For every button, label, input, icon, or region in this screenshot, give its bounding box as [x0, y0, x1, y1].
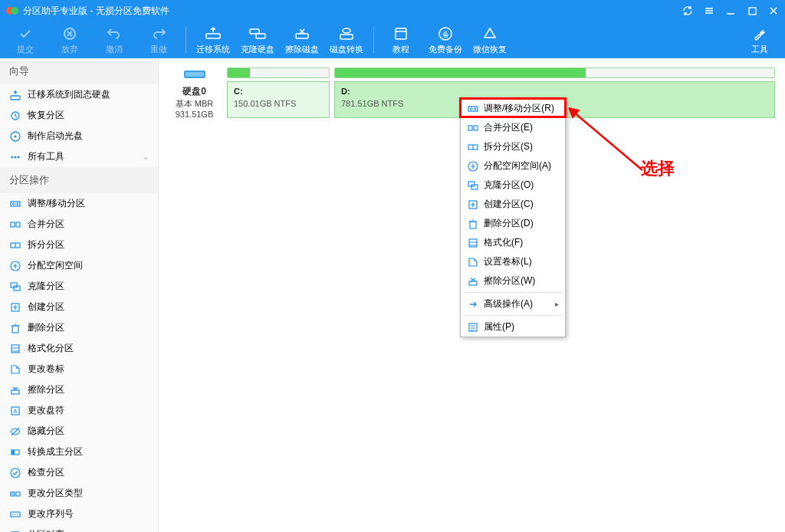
- undo-button[interactable]: 撤消: [92, 21, 136, 58]
- sidebar-item-label: 分配空闲空间: [28, 259, 83, 272]
- menu-item[interactable]: 擦除分区(W): [461, 271, 565, 291]
- app-logo-icon: [6, 5, 18, 17]
- refresh-button[interactable]: [682, 5, 693, 16]
- sidebar-item[interactable]: 合并分区: [0, 214, 158, 235]
- tools-button[interactable]: 工具: [737, 21, 782, 58]
- disk-type: 基本 MBR: [168, 98, 221, 109]
- menu-item[interactable]: 拆分分区(S): [461, 137, 565, 156]
- svg-rect-7: [296, 34, 308, 38]
- partition-info: 150.01GB NTFS: [234, 99, 323, 108]
- menu-item[interactable]: 克隆分区(O): [461, 176, 565, 195]
- sidebar-item[interactable]: 克隆分区: [0, 276, 158, 297]
- menu-item[interactable]: 合并分区(E): [461, 118, 565, 137]
- svg-rect-31: [11, 390, 19, 394]
- menu-item[interactable]: 格式化(F): [461, 233, 565, 252]
- title-bar: 分区助手专业版 - 无损分区免费软件: [0, 0, 785, 21]
- wechat-recover-button[interactable]: 微信恢复: [468, 21, 512, 58]
- wipe-disk-button[interactable]: 擦除磁盘: [280, 21, 324, 58]
- sidebar-item[interactable]: 制作启动光盘: [0, 126, 158, 146]
- svg-rect-21: [16, 222, 20, 227]
- backup-button[interactable]: 备免费备份: [423, 21, 468, 58]
- window-title: 分区助手专业版 - 无损分区免费软件: [23, 5, 682, 18]
- discard-button[interactable]: 放弃: [48, 21, 92, 58]
- clone-disk-button[interactable]: 克隆硬盘: [235, 21, 280, 58]
- sidebar-item[interactable]: 转换成主分区: [0, 442, 158, 462]
- svg-rect-46: [468, 126, 472, 130]
- sidebar-item[interactable]: 格式化分区: [0, 338, 158, 359]
- partition-letter: C:: [234, 87, 323, 96]
- svg-text:A: A: [13, 408, 18, 415]
- menu-item[interactable]: 调整/移动分区(R): [461, 99, 565, 118]
- annotation-text: 选择: [641, 157, 675, 180]
- redo-button[interactable]: 重做: [136, 21, 181, 58]
- partition[interactable]: C: 150.01GB NTFS: [227, 67, 330, 120]
- letter-icon: A: [9, 405, 21, 417]
- minimize-button[interactable]: [725, 5, 736, 16]
- migrate-os-button[interactable]: 迁移系统: [191, 21, 235, 58]
- menu-item[interactable]: 分配空闲空间(A): [461, 156, 565, 176]
- wipe-icon: [9, 384, 21, 396]
- sidebar-item[interactable]: 更改序列号: [0, 504, 158, 524]
- sidebar-item-label: 更改序列号: [28, 507, 74, 521]
- maximize-button[interactable]: [747, 5, 757, 16]
- svg-point-15: [15, 135, 17, 137]
- sidebar-item-label: 合并分区: [28, 218, 64, 231]
- split-icon: [467, 141, 479, 153]
- tutorial-button[interactable]: 教程: [379, 21, 423, 58]
- sidebar-item[interactable]: 检查分区: [0, 462, 158, 483]
- disk-info[interactable]: 硬盘0 基本 MBR 931.51GB: [168, 67, 221, 120]
- sidebar-item-label: 更改盘符: [28, 404, 64, 417]
- sidebar-item[interactable]: 调整/移动分区: [0, 193, 158, 214]
- chevron-right-icon: ▸: [555, 300, 559, 308]
- sidebar-item-label: 拆分分区: [28, 238, 64, 251]
- disc-icon: [9, 130, 21, 143]
- menu-item-label: 删除分区(D): [484, 217, 534, 230]
- menu-item[interactable]: 设置卷标(L): [461, 252, 565, 271]
- menu-button[interactable]: [704, 5, 714, 16]
- label-icon: [467, 256, 479, 268]
- format-icon: [467, 237, 479, 249]
- sidebar-item[interactable]: 所有工具 ⌄: [0, 146, 158, 167]
- sidebar-item[interactable]: 隐藏分区: [0, 421, 158, 442]
- sidebar-item[interactable]: 分配空闲空间: [0, 255, 158, 276]
- svg-rect-6: [256, 34, 265, 38]
- menu-item[interactable]: 属性(P): [461, 317, 565, 337]
- svg-rect-36: [11, 450, 15, 455]
- menu-separator: [464, 292, 562, 293]
- merge-icon: [9, 218, 21, 231]
- svg-point-1: [11, 7, 18, 15]
- sidebar-item[interactable]: 删除分区: [0, 317, 158, 338]
- convert-disk-button[interactable]: 磁盘转换: [324, 21, 369, 58]
- toolbar-separator: [373, 27, 374, 53]
- menu-item-label: 高级操作(A): [484, 297, 533, 310]
- context-menu: 调整/移动分区(R) 合并分区(E) 拆分分区(S) 分配空闲空间(A) 克隆分…: [460, 98, 566, 337]
- sidebar-item[interactable]: 创建分区: [0, 297, 158, 317]
- sidebar-item[interactable]: 迁移系统到固态硬盘: [0, 84, 158, 105]
- svg-rect-57: [469, 281, 477, 285]
- resize-icon: [467, 103, 479, 115]
- sidebar-item-label: 隐藏分区: [28, 425, 64, 438]
- hide-icon: [9, 425, 21, 438]
- sidebar-item[interactable]: 擦除分区: [0, 379, 158, 400]
- sidebar-item[interactable]: 恢复分区: [0, 105, 158, 126]
- sidebar-item[interactable]: ID 更改分区类型: [0, 483, 158, 504]
- close-button[interactable]: [768, 5, 779, 16]
- menu-item[interactable]: 删除分区(D): [461, 214, 565, 233]
- sidebar-item[interactable]: 更改卷标: [0, 359, 158, 379]
- type-icon: ID: [9, 488, 21, 500]
- commit-button[interactable]: 提交: [3, 21, 48, 58]
- menu-item-label: 格式化(F): [484, 236, 523, 249]
- sidebar-item[interactable]: 拆分分区: [0, 235, 158, 255]
- merge-icon: [467, 122, 479, 134]
- menu-item[interactable]: 创建分区(C): [461, 195, 565, 214]
- toolbar-separator: [186, 27, 186, 53]
- alloc-icon: [9, 260, 21, 272]
- sidebar-item-label: 转换成主分区: [28, 445, 83, 458]
- partition-box[interactable]: C: 150.01GB NTFS: [227, 81, 330, 118]
- svg-rect-9: [396, 28, 406, 39]
- sidebar-item[interactable]: 分区对齐: [0, 524, 158, 532]
- sidebar-item[interactable]: A 更改盘符: [0, 400, 158, 421]
- menu-item[interactable]: 高级操作(A) ▸: [461, 294, 565, 314]
- menu-item-label: 调整/移动分区(R): [484, 102, 554, 115]
- sidebar-item-label: 调整/移动分区: [28, 197, 85, 210]
